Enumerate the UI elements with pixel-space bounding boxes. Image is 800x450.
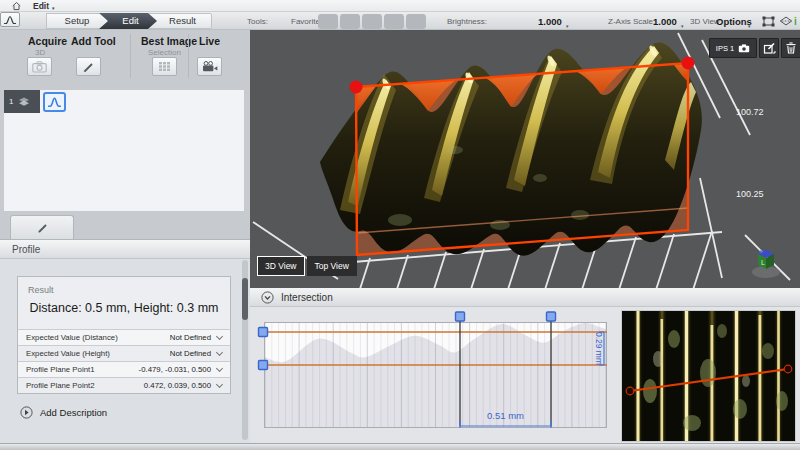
camera-preview xyxy=(622,311,795,441)
cube-face-label: L xyxy=(761,259,765,266)
profile-tool-selected[interactable] xyxy=(43,92,66,112)
add-tool-button[interactable] xyxy=(76,57,101,76)
profile-curve-icon xyxy=(47,96,62,108)
tab-result[interactable]: Result xyxy=(148,13,212,29)
chevron-down-icon[interactable] xyxy=(216,349,223,356)
orientation-cube[interactable]: L xyxy=(749,244,783,284)
annotate-button[interactable] xyxy=(759,38,779,58)
view-toggle: 3D View Top View xyxy=(257,256,357,276)
favorite-slot[interactable] xyxy=(384,14,404,29)
profile-graph[interactable] xyxy=(264,322,607,428)
3d-viewport[interactable]: IPS 1 xyxy=(250,30,800,288)
3d-scene xyxy=(250,30,800,288)
tool-list[interactable] xyxy=(4,90,244,211)
live-button[interactable] xyxy=(197,57,222,76)
result-box: Result Distance: 0.5 mm, Height: 0.3 mm … xyxy=(17,276,231,394)
intersection-title: Intersection xyxy=(281,292,333,303)
favorite-slot[interactable] xyxy=(318,14,338,29)
chevron-down-icon[interactable]: ▾ xyxy=(681,23,684,29)
favorite-slot[interactable] xyxy=(362,14,382,29)
tab-setup[interactable]: Setup xyxy=(46,13,108,29)
result-value: Distance: 0.5 mm, Height: 0.3 mm xyxy=(18,301,230,315)
separator xyxy=(188,34,189,78)
trash-icon xyxy=(786,42,796,54)
chevron-down-icon[interactable]: ▾ xyxy=(566,23,569,29)
row-value: Not Defined xyxy=(170,349,211,358)
brightness-value[interactable]: 1.000 xyxy=(538,16,562,27)
profile-curve-icon xyxy=(3,14,17,25)
scrollbar-track[interactable] xyxy=(242,260,248,440)
plane-view-button[interactable] xyxy=(779,13,793,29)
intersection-header[interactable]: Intersection xyxy=(250,288,800,307)
bounding-box-icon xyxy=(761,15,776,28)
profile-endpoint-1[interactable] xyxy=(350,81,363,94)
left-panel: Acquire 3D Add Tool Best Image Selection… xyxy=(0,30,250,443)
expand-circle-icon xyxy=(20,406,33,419)
chevron-down-icon[interactable] xyxy=(216,333,223,340)
best-image-button[interactable] xyxy=(152,57,177,76)
view-3d-button[interactable]: 3D View xyxy=(257,256,305,276)
row-label: Profile Plane Point1 xyxy=(26,365,94,374)
row-plane-point2[interactable]: Profile Plane Point2 0.472, 0.039, 0.500 xyxy=(18,377,230,393)
ips-capture-button[interactable]: IPS 1 xyxy=(709,38,757,58)
info-icon[interactable]: i xyxy=(794,16,797,27)
home-icon xyxy=(11,1,22,11)
favorite-slot[interactable] xyxy=(340,14,360,29)
row-value: Not Defined xyxy=(170,333,211,342)
row-expected-height[interactable]: Expected Value (Height) Not Defined xyxy=(18,345,230,361)
pencil-icon xyxy=(82,61,95,73)
scrollbar-thumb[interactable] xyxy=(242,278,248,320)
camera-image xyxy=(622,311,795,441)
plane-diamond-icon xyxy=(779,15,793,27)
delete-button[interactable] xyxy=(781,38,800,58)
tools-label: Tools: xyxy=(247,17,268,26)
tools-button[interactable] xyxy=(0,12,20,27)
left-cursor-handle[interactable] xyxy=(456,312,465,321)
view3d-options[interactable]: Options xyxy=(716,16,752,27)
menu-edit[interactable]: Edit ▾ xyxy=(33,0,55,11)
chevron-down-icon[interactable] xyxy=(216,381,223,388)
row-value: 0.472, 0.039, 0.500 xyxy=(144,381,211,390)
row-value: -0.479, -0.031, 0.500 xyxy=(139,365,211,374)
profile-endpoint-2[interactable] xyxy=(682,57,695,70)
surface-mesh[interactable] xyxy=(320,43,702,256)
window-bottom-edge xyxy=(0,443,800,450)
row-expected-distance[interactable]: Expected Value (Distance) Not Defined xyxy=(18,329,230,345)
add-description-button[interactable]: Add Description xyxy=(20,406,107,419)
zaxis-scale-value[interactable]: 1.000 xyxy=(653,16,677,27)
acquire-button[interactable] xyxy=(27,57,52,76)
profile-line-endpoint-1[interactable] xyxy=(626,387,634,395)
collapse-circle-icon[interactable] xyxy=(261,291,274,304)
chevron-down-icon[interactable]: ▾ xyxy=(748,23,751,29)
video-camera-icon xyxy=(202,61,218,72)
add-description-label: Add Description xyxy=(40,407,107,418)
intersection-panel: Intersection 0.51 mm 0.29 xyxy=(250,288,800,443)
chevron-down-icon: ▾ xyxy=(52,5,55,11)
profile-line-endpoint-2[interactable] xyxy=(784,365,792,373)
acquire-label: Acquire xyxy=(28,35,67,47)
zaxis-scale-label: Z-Axis Scale: xyxy=(608,17,655,26)
live-label: Live xyxy=(199,35,220,47)
camera-icon xyxy=(738,44,750,53)
row-plane-point1[interactable]: Profile Plane Point1 -0.479, -0.031, 0.5… xyxy=(18,361,230,377)
toolbar: Setup Edit Result Tools: Favorites: Brig… xyxy=(0,12,800,30)
separator xyxy=(130,34,131,78)
right-cursor-handle[interactable] xyxy=(547,312,556,321)
camera-icon xyxy=(32,61,47,73)
edit-export-icon xyxy=(763,42,776,55)
view-top-button[interactable]: Top View xyxy=(307,256,357,276)
z-axis-label-lower: 100.25 xyxy=(736,189,764,199)
chevron-down-icon[interactable] xyxy=(216,365,223,372)
tool-group-header[interactable]: 1 xyxy=(4,90,40,113)
bounding-box-button[interactable] xyxy=(758,13,778,29)
pencil-icon xyxy=(36,222,49,234)
edit-profile-tab[interactable] xyxy=(10,215,74,239)
z-axis-label-upper: 100.72 xyxy=(736,107,764,117)
application-window: Edit ▾ Setup Edit Result Tools: Favorite… xyxy=(0,0,800,450)
capture-toolbar: IPS 1 xyxy=(709,38,800,58)
row-label: Expected Value (Distance) xyxy=(26,333,118,342)
favorite-slot[interactable] xyxy=(406,14,426,29)
brightness-label: Brightness: xyxy=(447,17,487,26)
home-button[interactable] xyxy=(4,0,28,11)
row-label: Profile Plane Point2 xyxy=(26,381,94,390)
